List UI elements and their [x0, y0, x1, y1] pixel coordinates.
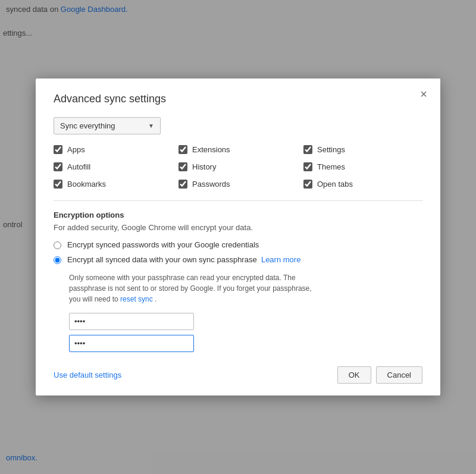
password-fields — [69, 313, 422, 352]
checkbox-themes-input[interactable] — [303, 162, 312, 171]
checkbox-apps-input[interactable] — [54, 145, 62, 154]
ok-button[interactable]: OK — [337, 366, 371, 384]
encryption-title: Encryption options — [54, 211, 422, 219]
checkbox-themes[interactable]: Themes — [303, 162, 422, 171]
radio-google-input[interactable] — [54, 241, 61, 249]
advanced-sync-dialog: Advanced sync settings × Sync everything… — [36, 79, 440, 395]
checkbox-extensions-input[interactable] — [178, 145, 187, 154]
dialog-footer: Use default settings OK Cancel — [54, 366, 422, 384]
passphrase-input[interactable] — [69, 313, 194, 330]
chevron-down-icon: ▼ — [148, 123, 154, 129]
checkbox-bookmarks-input[interactable] — [54, 180, 62, 189]
passphrase-note: Only someone with your passphrase can re… — [69, 272, 422, 305]
checkbox-settings-label: Settings — [317, 145, 345, 154]
checkbox-apps[interactable]: Apps — [54, 145, 173, 154]
encryption-radio-group: Encrypt synced passwords with your Googl… — [54, 240, 422, 264]
sync-dropdown-wrap: Sync everything ▼ — [54, 117, 422, 134]
radio-passphrase[interactable]: Encrypt all synced data with your own sy… — [54, 255, 422, 264]
checkbox-bookmarks[interactable]: Bookmarks — [54, 180, 173, 189]
passphrase-confirm-input[interactable] — [69, 335, 194, 352]
cancel-button[interactable]: Cancel — [376, 366, 422, 384]
footer-buttons: OK Cancel — [337, 366, 422, 384]
checkbox-passwords[interactable]: Passwords — [178, 180, 298, 189]
checkbox-history-input[interactable] — [178, 162, 187, 171]
modal-overlay: Advanced sync settings × Sync everything… — [0, 0, 476, 474]
checkbox-autofill[interactable]: Autofill — [54, 162, 173, 171]
radio-passphrase-input[interactable] — [54, 256, 61, 264]
reset-sync-link[interactable]: reset sync — [120, 295, 153, 303]
section-divider — [54, 200, 422, 201]
checkbox-extensions-label: Extensions — [192, 145, 230, 154]
checkbox-history-label: History — [192, 162, 216, 171]
checkbox-extensions[interactable]: Extensions — [178, 145, 298, 154]
checkbox-settings-input[interactable] — [303, 145, 312, 154]
checkbox-autofill-input[interactable] — [54, 162, 62, 171]
radio-passphrase-label: Encrypt all synced data with your own sy… — [67, 255, 300, 264]
use-default-link[interactable]: Use default settings — [54, 371, 121, 379]
checkbox-settings[interactable]: Settings — [303, 145, 422, 154]
checkbox-open-tabs-label: Open tabs — [317, 180, 353, 189]
checkbox-passwords-label: Passwords — [192, 180, 230, 189]
radio-google-label: Encrypt synced passwords with your Googl… — [67, 240, 259, 249]
dialog-title: Advanced sync settings — [54, 93, 422, 105]
learn-more-link[interactable]: Learn more — [261, 255, 300, 264]
checkbox-autofill-label: Autofill — [67, 162, 90, 171]
checkbox-apps-label: Apps — [67, 145, 85, 154]
checkbox-history[interactable]: History — [178, 162, 298, 171]
checkbox-themes-label: Themes — [317, 162, 345, 171]
close-button[interactable]: × — [416, 87, 431, 101]
radio-google-credentials[interactable]: Encrypt synced passwords with your Googl… — [54, 240, 422, 249]
checkbox-passwords-input[interactable] — [178, 180, 187, 189]
checkbox-open-tabs-input[interactable] — [303, 180, 312, 189]
encryption-description: For added security, Google Chrome will e… — [54, 223, 422, 232]
checkbox-open-tabs[interactable]: Open tabs — [303, 180, 422, 189]
sync-dropdown[interactable]: Sync everything ▼ — [54, 117, 161, 134]
sync-dropdown-value: Sync everything — [60, 121, 115, 130]
checkboxes-grid: Apps Extensions Settings Autofill Histor… — [54, 145, 422, 189]
checkbox-bookmarks-label: Bookmarks — [67, 180, 106, 189]
